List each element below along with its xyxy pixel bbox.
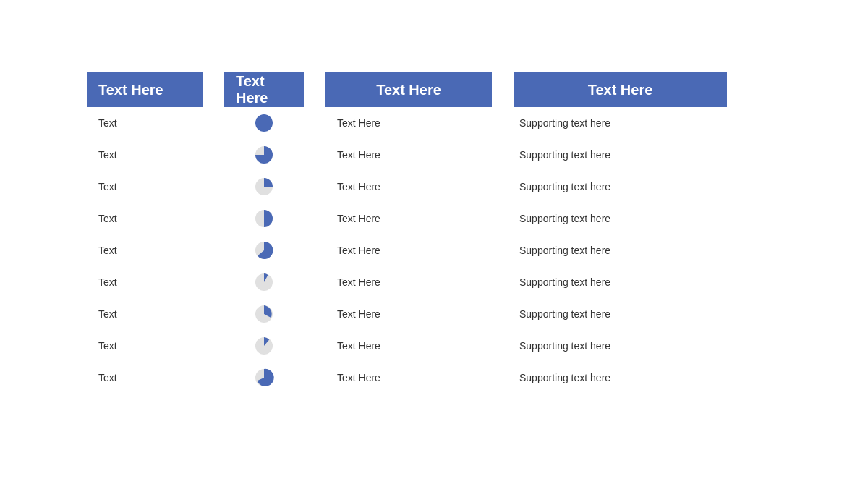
col2-row-2 bbox=[224, 139, 304, 171]
col1-header: Text Here bbox=[87, 72, 203, 107]
col3-row-6: Text Here bbox=[326, 266, 492, 298]
col3-row-1: Text Here bbox=[326, 107, 492, 139]
col4-row-2: Supporting text here bbox=[514, 139, 727, 171]
col2-row-8 bbox=[224, 330, 304, 362]
col1-row-6: Text bbox=[87, 266, 203, 298]
col3-header: Text Here bbox=[326, 72, 492, 107]
col4-row-8: Supporting text here bbox=[514, 330, 727, 362]
col1-row-2: Text bbox=[87, 139, 203, 171]
col1-row-4: Text bbox=[87, 203, 203, 234]
pie-chart-100 bbox=[254, 113, 274, 133]
pie-chart-80 bbox=[254, 368, 274, 388]
pie-chart-62 bbox=[254, 240, 274, 260]
col3-row-8: Text Here bbox=[326, 330, 492, 362]
pie-chart-37 bbox=[254, 304, 274, 324]
col2-row-7 bbox=[224, 298, 304, 330]
pie-chart-12 bbox=[254, 272, 274, 292]
pie-chart-75 bbox=[254, 145, 274, 165]
column-3: Text Here Text Here Text Here Text Here … bbox=[326, 72, 492, 394]
column-1: Text Here Text Text Text Text Text Text … bbox=[87, 72, 203, 394]
col3-row-3: Text Here bbox=[326, 171, 492, 203]
col4-row-1: Supporting text here bbox=[514, 107, 727, 139]
col1-row-8: Text bbox=[87, 330, 203, 362]
main-container: Text Here Text Text Text Text Text Text … bbox=[0, 0, 868, 394]
col1-row-9: Text bbox=[87, 362, 203, 394]
col3-row-2: Text Here bbox=[326, 139, 492, 171]
col1-row-5: Text bbox=[87, 234, 203, 266]
svg-point-0 bbox=[255, 114, 273, 132]
col4-row-5: Supporting text here bbox=[514, 234, 727, 266]
col2-row-5 bbox=[224, 234, 304, 266]
col1-row-3: Text bbox=[87, 171, 203, 203]
col3-row-9: Text Here bbox=[326, 362, 492, 394]
col2-row-4 bbox=[224, 203, 304, 234]
col2-row-6 bbox=[224, 266, 304, 298]
col4-row-4: Supporting text here bbox=[514, 203, 727, 234]
col1-row-1: Text bbox=[87, 107, 203, 139]
col4-header: Text Here bbox=[514, 72, 727, 107]
col3-row-5: Text Here bbox=[326, 234, 492, 266]
col2-row-9 bbox=[224, 362, 304, 394]
col2-row-3 bbox=[224, 171, 304, 203]
col4-row-9: Supporting text here bbox=[514, 362, 727, 394]
col2-row-1 bbox=[224, 107, 304, 139]
col4-row-6: Supporting text here bbox=[514, 266, 727, 298]
col3-row-4: Text Here bbox=[326, 203, 492, 234]
col3-row-7: Text Here bbox=[326, 298, 492, 330]
col1-row-7: Text bbox=[87, 298, 203, 330]
pie-chart-50 bbox=[254, 208, 274, 229]
col4-row-3: Supporting text here bbox=[514, 171, 727, 203]
column-4: Text Here Supporting text here Supportin… bbox=[514, 72, 727, 394]
col4-row-7: Supporting text here bbox=[514, 298, 727, 330]
pie-chart-25 bbox=[254, 177, 274, 197]
col2-header: Text Here bbox=[224, 72, 304, 107]
pie-chart-15 bbox=[254, 336, 274, 356]
column-2: Text Here bbox=[224, 72, 304, 394]
